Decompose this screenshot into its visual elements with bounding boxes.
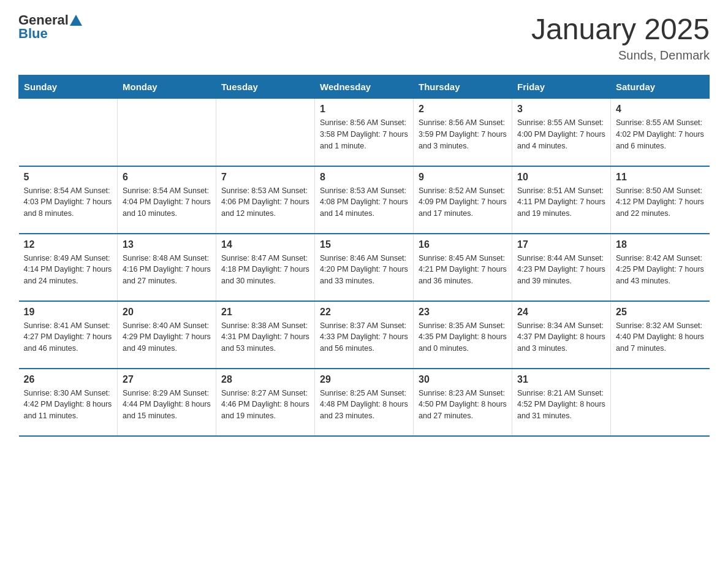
day-detail: Sunrise: 8:46 AM Sunset: 4:20 PM Dayligh… (320, 253, 408, 287)
day-number: 10 (517, 172, 605, 183)
calendar-cell: 12Sunrise: 8:49 AM Sunset: 4:14 PM Dayli… (19, 234, 118, 301)
calendar-cell: 29Sunrise: 8:25 AM Sunset: 4:48 PM Dayli… (315, 369, 414, 436)
calendar-cell: 18Sunrise: 8:42 AM Sunset: 4:25 PM Dayli… (611, 234, 710, 301)
day-number: 3 (517, 104, 605, 115)
day-detail: Sunrise: 8:51 AM Sunset: 4:11 PM Dayligh… (517, 185, 605, 220)
calendar-cell: 14Sunrise: 8:47 AM Sunset: 4:18 PM Dayli… (216, 234, 315, 301)
calendar-cell: 20Sunrise: 8:40 AM Sunset: 4:29 PM Dayli… (118, 301, 216, 369)
day-detail: Sunrise: 8:53 AM Sunset: 4:06 PM Dayligh… (221, 185, 309, 220)
day-detail: Sunrise: 8:47 AM Sunset: 4:18 PM Dayligh… (221, 253, 309, 287)
calendar-cell: 22Sunrise: 8:37 AM Sunset: 4:33 PM Dayli… (315, 301, 414, 369)
day-number: 5 (24, 172, 113, 183)
day-detail: Sunrise: 8:54 AM Sunset: 4:03 PM Dayligh… (24, 185, 113, 220)
calendar-cell: 27Sunrise: 8:29 AM Sunset: 4:44 PM Dayli… (118, 369, 216, 436)
day-number: 9 (419, 172, 507, 183)
day-number: 24 (517, 307, 605, 318)
logo-text-blue: Blue (18, 26, 82, 42)
day-detail: Sunrise: 8:35 AM Sunset: 4:35 PM Dayligh… (419, 320, 507, 354)
calendar-cell: 5Sunrise: 8:54 AM Sunset: 4:03 PM Daylig… (19, 166, 118, 234)
day-detail: Sunrise: 8:27 AM Sunset: 4:46 PM Dayligh… (221, 388, 309, 422)
day-number: 14 (221, 239, 309, 250)
day-number: 8 (320, 172, 408, 183)
day-detail: Sunrise: 8:34 AM Sunset: 4:37 PM Dayligh… (517, 320, 605, 354)
day-number: 22 (320, 307, 408, 318)
calendar-cell: 4Sunrise: 8:55 AM Sunset: 4:02 PM Daylig… (611, 99, 710, 166)
calendar-cell: 16Sunrise: 8:45 AM Sunset: 4:21 PM Dayli… (414, 234, 512, 301)
calendar-cell: 17Sunrise: 8:44 AM Sunset: 4:23 PM Dayli… (512, 234, 611, 301)
calendar-cell: 25Sunrise: 8:32 AM Sunset: 4:40 PM Dayli… (611, 301, 710, 369)
day-detail: Sunrise: 8:50 AM Sunset: 4:12 PM Dayligh… (616, 185, 705, 220)
calendar-cell (19, 99, 118, 166)
day-detail: Sunrise: 8:32 AM Sunset: 4:40 PM Dayligh… (616, 320, 705, 354)
logo: General Blue (18, 12, 82, 42)
week-row-3: 19Sunrise: 8:41 AM Sunset: 4:27 PM Dayli… (19, 301, 710, 369)
day-number: 27 (123, 374, 211, 385)
day-detail: Sunrise: 8:38 AM Sunset: 4:31 PM Dayligh… (221, 320, 309, 354)
svg-marker-0 (70, 15, 82, 26)
calendar-cell: 3Sunrise: 8:55 AM Sunset: 4:00 PM Daylig… (512, 99, 611, 166)
day-detail: Sunrise: 8:21 AM Sunset: 4:52 PM Dayligh… (517, 388, 605, 422)
header-row: Sunday Monday Tuesday Wednesday Thursday… (19, 75, 710, 99)
calendar-cell: 2Sunrise: 8:56 AM Sunset: 3:59 PM Daylig… (414, 99, 512, 166)
week-row-2: 12Sunrise: 8:49 AM Sunset: 4:14 PM Dayli… (19, 234, 710, 301)
day-detail: Sunrise: 8:40 AM Sunset: 4:29 PM Dayligh… (123, 320, 211, 354)
calendar-cell: 11Sunrise: 8:50 AM Sunset: 4:12 PM Dayli… (611, 166, 710, 234)
week-row-1: 5Sunrise: 8:54 AM Sunset: 4:03 PM Daylig… (19, 166, 710, 234)
day-number: 28 (221, 374, 309, 385)
day-number: 15 (320, 239, 408, 250)
day-number: 18 (616, 239, 705, 250)
day-number: 16 (419, 239, 507, 250)
day-detail: Sunrise: 8:56 AM Sunset: 3:58 PM Dayligh… (320, 117, 408, 151)
day-detail: Sunrise: 8:49 AM Sunset: 4:14 PM Dayligh… (24, 253, 113, 287)
day-number: 31 (517, 374, 605, 385)
col-saturday: Saturday (611, 75, 710, 99)
title-block: January 2025 Sunds, Denmark (531, 12, 710, 63)
calendar-cell: 7Sunrise: 8:53 AM Sunset: 4:06 PM Daylig… (216, 166, 315, 234)
col-monday: Monday (118, 75, 216, 99)
day-detail: Sunrise: 8:55 AM Sunset: 4:00 PM Dayligh… (517, 117, 605, 151)
calendar-cell: 26Sunrise: 8:30 AM Sunset: 4:42 PM Dayli… (19, 369, 118, 436)
day-detail: Sunrise: 8:52 AM Sunset: 4:09 PM Dayligh… (419, 185, 507, 220)
calendar-title: January 2025 (531, 12, 710, 46)
day-number: 19 (24, 307, 113, 318)
day-number: 23 (419, 307, 507, 318)
day-detail: Sunrise: 8:30 AM Sunset: 4:42 PM Dayligh… (24, 388, 113, 422)
calendar-cell: 24Sunrise: 8:34 AM Sunset: 4:37 PM Dayli… (512, 301, 611, 369)
col-thursday: Thursday (414, 75, 512, 99)
calendar-cell: 13Sunrise: 8:48 AM Sunset: 4:16 PM Dayli… (118, 234, 216, 301)
day-number: 12 (24, 239, 113, 250)
calendar-cell: 31Sunrise: 8:21 AM Sunset: 4:52 PM Dayli… (512, 369, 611, 436)
day-number: 4 (616, 104, 705, 115)
day-number: 29 (320, 374, 408, 385)
calendar-cell: 28Sunrise: 8:27 AM Sunset: 4:46 PM Dayli… (216, 369, 315, 436)
col-friday: Friday (512, 75, 611, 99)
day-detail: Sunrise: 8:41 AM Sunset: 4:27 PM Dayligh… (24, 320, 113, 354)
calendar-cell: 19Sunrise: 8:41 AM Sunset: 4:27 PM Dayli… (19, 301, 118, 369)
day-number: 11 (616, 172, 705, 183)
calendar-cell (611, 369, 710, 436)
day-detail: Sunrise: 8:37 AM Sunset: 4:33 PM Dayligh… (320, 320, 408, 354)
calendar-cell (118, 99, 216, 166)
col-wednesday: Wednesday (315, 75, 414, 99)
calendar-cell: 21Sunrise: 8:38 AM Sunset: 4:31 PM Dayli… (216, 301, 315, 369)
week-row-0: 1Sunrise: 8:56 AM Sunset: 3:58 PM Daylig… (19, 99, 710, 166)
day-number: 1 (320, 104, 408, 115)
col-sunday: Sunday (19, 75, 118, 99)
day-detail: Sunrise: 8:48 AM Sunset: 4:16 PM Dayligh… (123, 253, 211, 287)
calendar-cell: 15Sunrise: 8:46 AM Sunset: 4:20 PM Dayli… (315, 234, 414, 301)
day-detail: Sunrise: 8:42 AM Sunset: 4:25 PM Dayligh… (616, 253, 705, 287)
day-detail: Sunrise: 8:53 AM Sunset: 4:08 PM Dayligh… (320, 185, 408, 220)
day-detail: Sunrise: 8:44 AM Sunset: 4:23 PM Dayligh… (517, 253, 605, 287)
day-number: 30 (419, 374, 507, 385)
calendar-subtitle: Sunds, Denmark (531, 48, 710, 63)
day-number: 7 (221, 172, 309, 183)
week-row-4: 26Sunrise: 8:30 AM Sunset: 4:42 PM Dayli… (19, 369, 710, 436)
day-number: 13 (123, 239, 211, 250)
calendar-cell: 23Sunrise: 8:35 AM Sunset: 4:35 PM Dayli… (414, 301, 512, 369)
col-tuesday: Tuesday (216, 75, 315, 99)
day-number: 26 (24, 374, 113, 385)
calendar-cell: 9Sunrise: 8:52 AM Sunset: 4:09 PM Daylig… (414, 166, 512, 234)
day-detail: Sunrise: 8:23 AM Sunset: 4:50 PM Dayligh… (419, 388, 507, 422)
calendar-cell: 30Sunrise: 8:23 AM Sunset: 4:50 PM Dayli… (414, 369, 512, 436)
day-detail: Sunrise: 8:29 AM Sunset: 4:44 PM Dayligh… (123, 388, 211, 422)
